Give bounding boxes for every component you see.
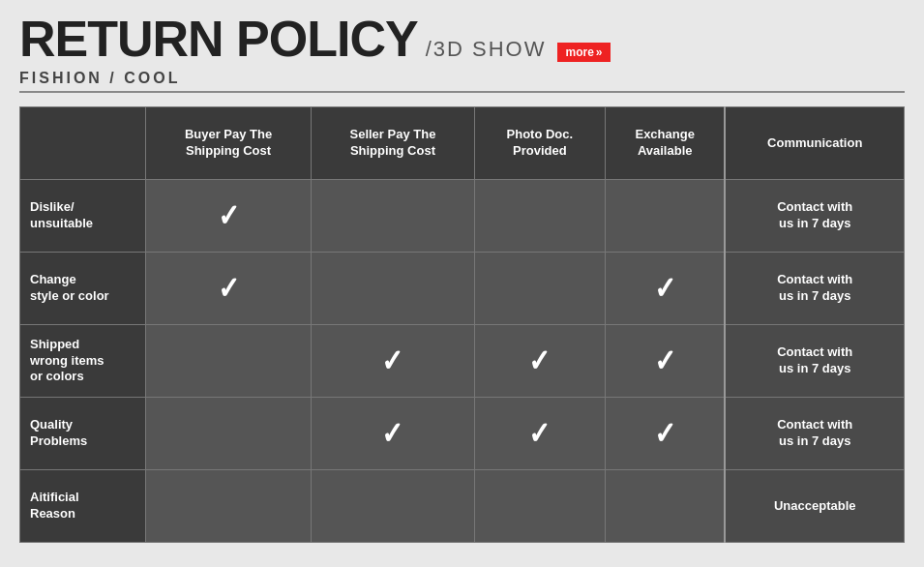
table-row: Changestyle or color✓✓Contact withus in … [20, 253, 905, 325]
more-arrow-icon: » [596, 45, 603, 59]
cell-buyer-pay [146, 470, 312, 543]
cell-photo-doc [474, 470, 605, 543]
cell-buyer-pay: ✓ [146, 180, 312, 253]
more-button[interactable]: more » [557, 43, 610, 62]
row-label: Dislike/unsuitable [20, 180, 146, 253]
col-header-photo-doc: Photo Doc.Provided [474, 107, 605, 180]
page-wrapper: RETURN POLICY /3D SHOW more » FISHION / … [0, 0, 924, 567]
cell-buyer-pay [146, 398, 312, 470]
cell-buyer-pay: ✓ [146, 253, 312, 325]
cell-photo-doc: ✓ [474, 398, 605, 470]
header: RETURN POLICY /3D SHOW more » [19, 10, 905, 68]
cell-seller-pay [312, 470, 475, 543]
policy-table: Buyer Pay TheShipping Cost Seller Pay Th… [19, 106, 905, 543]
checkmark-icon: ✓ [218, 197, 240, 234]
communication-text: Unacceptable [774, 498, 856, 513]
communication-text: Contact withus in 7 days [777, 344, 852, 375]
col-header-exchange: ExchangeAvailable [605, 107, 725, 180]
page-subtitle: /3D SHOW [426, 37, 547, 62]
cell-communication: Contact withus in 7 days [725, 180, 904, 253]
table-row: Shippedwrong itemsor colors✓✓✓Contact wi… [20, 325, 905, 398]
checkmark-icon: ✓ [528, 343, 551, 379]
row-label: Shippedwrong itemsor colors [20, 325, 146, 398]
row-label: AitificialReason [20, 470, 146, 543]
cell-photo-doc [474, 253, 605, 325]
cell-communication: Contact withus in 7 days [725, 398, 904, 470]
col-header-buyer-pay: Buyer Pay TheShipping Cost [146, 107, 312, 180]
cell-exchange: ✓ [605, 398, 725, 470]
col-header-communication: Communication [725, 107, 904, 180]
col-header-seller-pay: Seller Pay TheShipping Cost [312, 107, 475, 180]
checkmark-icon: ✓ [381, 415, 403, 452]
cell-exchange [605, 470, 725, 543]
page-title: RETURN POLICY [19, 10, 418, 68]
col-header-empty [20, 107, 146, 180]
checkmark-icon: ✓ [654, 270, 676, 307]
cell-seller-pay: ✓ [312, 398, 475, 470]
more-label: more [565, 45, 593, 59]
cell-exchange: ✓ [605, 253, 725, 325]
checkmark-icon: ✓ [654, 415, 676, 452]
cell-communication: Contact withus in 7 days [725, 253, 904, 325]
cell-exchange: ✓ [605, 325, 725, 398]
cell-buyer-pay [146, 325, 312, 398]
checkmark-icon: ✓ [528, 415, 551, 452]
communication-text: Contact withus in 7 days [777, 417, 852, 448]
row-label: QualityProblems [20, 398, 146, 470]
communication-text: Contact withus in 7 days [777, 199, 852, 230]
checkmark-icon: ✓ [654, 343, 676, 379]
table-row: Dislike/unsuitable✓Contact withus in 7 d… [20, 180, 905, 253]
sub-header: FISHION / COOL [19, 70, 905, 93]
checkmark-icon: ✓ [218, 270, 240, 307]
cell-photo-doc: ✓ [474, 325, 605, 398]
cell-exchange [605, 180, 725, 253]
row-label: Changestyle or color [20, 253, 146, 325]
communication-text: Contact withus in 7 days [777, 272, 852, 303]
cell-seller-pay [312, 180, 475, 253]
table-row: QualityProblems✓✓✓Contact withus in 7 da… [20, 398, 905, 470]
cell-communication: Unacceptable [725, 470, 904, 543]
table-header-row: Buyer Pay TheShipping Cost Seller Pay Th… [20, 107, 905, 180]
table-row: AitificialReasonUnacceptable [20, 470, 905, 543]
cell-photo-doc [474, 180, 605, 253]
checkmark-icon: ✓ [381, 343, 403, 379]
cell-seller-pay: ✓ [312, 325, 475, 398]
cell-seller-pay [312, 253, 475, 325]
cell-communication: Contact withus in 7 days [725, 325, 904, 398]
